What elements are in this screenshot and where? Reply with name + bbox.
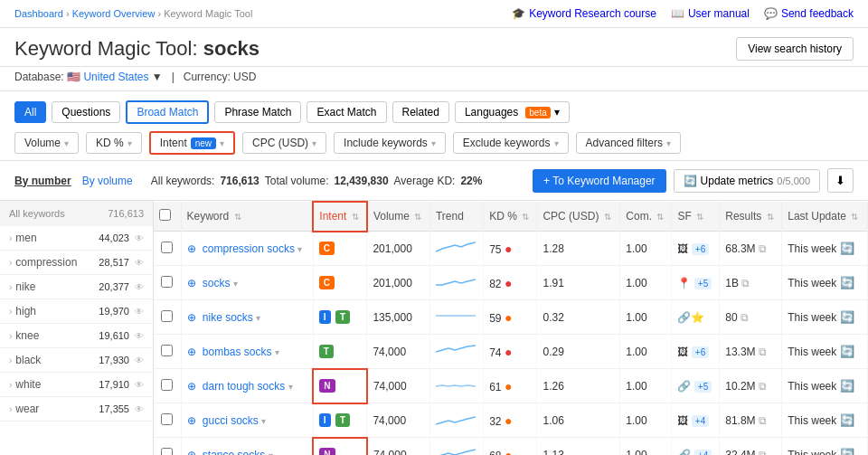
keyword-link[interactable]: compression socks — [203, 242, 295, 255]
user-manual-link[interactable]: 📖 User manual — [671, 7, 750, 20]
volume-cell: 74,000 — [367, 369, 430, 403]
row-checkbox[interactable] — [161, 310, 173, 322]
keyword-link[interactable]: gucci socks — [203, 414, 259, 427]
export-button[interactable]: ⬇ — [827, 168, 854, 193]
keyword-cell: ⊕ nike socks ▾ — [181, 300, 313, 335]
intent-cell: C — [313, 266, 367, 300]
col-last-update[interactable]: Last Update ⇅ — [782, 202, 868, 232]
sidebar-item[interactable]: › high 19,970 👁 — [0, 299, 153, 324]
cpc-filter[interactable]: CPC (USD) ▾ — [242, 132, 326, 154]
tab-broad-match[interactable]: Broad Match — [126, 100, 209, 124]
keyword-cell: ⊕ socks ▾ — [181, 266, 313, 300]
row-checkbox[interactable] — [161, 448, 173, 456]
sidebar-item[interactable]: › wear 17,355 👁 — [0, 397, 153, 422]
chevron-down-icon: ▾ — [220, 138, 224, 148]
refresh-icon[interactable]: 🔄 — [840, 345, 854, 358]
trend-sparkline — [436, 272, 476, 290]
row-checkbox[interactable] — [161, 242, 173, 253]
volume-cell: 201,000 — [367, 266, 430, 300]
chat-icon: 💬 — [764, 7, 778, 20]
chevron-down-icon: ▾ — [288, 382, 293, 392]
copy-icon: ⧉ — [741, 311, 749, 324]
send-feedback-link[interactable]: 💬 Send feedback — [764, 7, 854, 20]
tab-related[interactable]: Related — [392, 101, 449, 123]
refresh-icon[interactable]: 🔄 — [840, 379, 854, 393]
select-all-checkbox[interactable] — [159, 209, 171, 221]
col-results[interactable]: Results ⇅ — [720, 202, 782, 232]
volume-filter[interactable]: Volume ▾ — [14, 132, 79, 154]
database-country-link[interactable]: United States — [83, 71, 148, 83]
kw-research-course-link[interactable]: 🎓 Keyword Research course — [512, 7, 656, 20]
col-intent[interactable]: Intent ⇅ — [313, 202, 367, 232]
add-icon[interactable]: ⊕ — [187, 242, 196, 255]
sidebar-item[interactable]: › compression 28,517 👁 — [0, 251, 153, 275]
col-trend[interactable]: Trend — [429, 202, 483, 232]
chevron-right-icon: › — [9, 404, 12, 414]
col-sf[interactable]: SF ⇅ — [672, 202, 720, 232]
col-keyword[interactable]: Keyword ⇅ — [181, 202, 313, 232]
sidebar-item[interactable]: › nike 20,377 👁 — [0, 275, 153, 299]
by-volume-link[interactable]: By volume — [82, 175, 133, 187]
sidebar-item[interactable]: › knee 19,610 👁 — [0, 324, 153, 348]
sf-cell: 🔗⭐ — [672, 300, 720, 335]
cpc-cell: 0.29 — [537, 335, 620, 369]
row-checkbox[interactable] — [161, 345, 173, 356]
tab-all[interactable]: All — [14, 101, 46, 123]
results-cell: 13.3M ⧉ — [720, 335, 782, 369]
add-icon[interactable]: ⊕ — [187, 277, 196, 289]
sidebar-item[interactable]: › white 17,910 👁 — [0, 373, 153, 397]
trend-cell — [429, 403, 483, 438]
top-links: 🎓 Keyword Research course 📖 User manual … — [512, 7, 854, 20]
row-checkbox[interactable] — [161, 276, 173, 288]
add-icon[interactable]: ⊕ — [187, 449, 196, 456]
add-icon[interactable]: ⊕ — [187, 414, 196, 427]
row-checkbox[interactable] — [161, 413, 173, 425]
to-keyword-manager-button[interactable]: + To Keyword Manager — [533, 169, 666, 193]
col-com[interactable]: Com. ⇅ — [620, 202, 672, 232]
keyword-link[interactable]: socks — [203, 277, 231, 289]
refresh-icon[interactable]: 🔄 — [840, 448, 854, 455]
row-checkbox[interactable] — [161, 379, 173, 391]
keyword-link[interactable]: darn tough socks — [203, 380, 285, 393]
add-icon[interactable]: ⊕ — [187, 380, 196, 393]
by-number-link[interactable]: By number — [14, 175, 71, 187]
intent-cell: C — [313, 232, 367, 266]
chevron-down-icon: ▾ — [261, 416, 266, 426]
refresh-icon[interactable]: 🔄 — [840, 413, 854, 427]
include-keywords-filter[interactable]: Include keywords ▾ — [334, 132, 446, 154]
keyword-link[interactable]: nike socks — [203, 311, 253, 324]
chevron-right-icon: › — [9, 258, 12, 268]
col-cpc[interactable]: CPC (USD) ⇅ — [537, 202, 620, 232]
keyword-link[interactable]: stance socks — [203, 449, 265, 456]
intent-filter[interactable]: Intent new ▾ — [149, 131, 235, 155]
sf-cell: 🖼 +4 — [672, 403, 720, 438]
col-kd[interactable]: KD % ⇅ — [484, 202, 537, 232]
keyword-table-container: Keyword ⇅ Intent ⇅ Volume ⇅ Trend KD % ⇅… — [154, 201, 868, 455]
exclude-keywords-filter[interactable]: Exclude keywords ▾ — [453, 132, 569, 154]
refresh-icon[interactable]: 🔄 — [840, 276, 854, 289]
sidebar-item[interactable]: › men 44,023 👁 — [0, 226, 153, 251]
tab-questions[interactable]: Questions — [52, 101, 120, 123]
tab-exact-match[interactable]: Exact Match — [307, 101, 386, 123]
kd-dot-orange: ● — [505, 413, 512, 428]
tab-row: All Questions Broad Match Phrase Match E… — [14, 100, 854, 124]
add-icon[interactable]: ⊕ — [187, 346, 196, 358]
view-history-button[interactable]: View search history — [736, 37, 854, 61]
refresh-icon[interactable]: 🔄 — [840, 310, 854, 324]
keyword-link[interactable]: bombas socks — [203, 346, 272, 358]
col-volume[interactable]: Volume ⇅ — [367, 202, 430, 232]
tab-languages[interactable]: Languages beta ▾ — [455, 101, 570, 123]
kd-filter[interactable]: KD % ▾ — [86, 132, 142, 154]
refresh-icon[interactable]: 🔄 — [840, 242, 854, 255]
add-icon[interactable]: ⊕ — [187, 311, 196, 324]
sidebar-item[interactable]: › black 17,930 👁 — [0, 348, 153, 373]
tab-phrase-match[interactable]: Phrase Match — [214, 101, 301, 123]
chevron-right-icon: › — [9, 307, 12, 317]
com-cell: 1.00 — [620, 266, 672, 300]
kd-cell: 32 ● — [484, 403, 537, 438]
sf-icon: 🔗 — [677, 449, 691, 456]
advanced-filters[interactable]: Advanced filters ▾ — [576, 132, 681, 154]
sort-icon: ⇅ — [352, 212, 359, 222]
update-metrics-button[interactable]: 🔄 Update metrics 0/5,000 — [674, 169, 820, 193]
sort-icon: ⇅ — [656, 212, 664, 222]
